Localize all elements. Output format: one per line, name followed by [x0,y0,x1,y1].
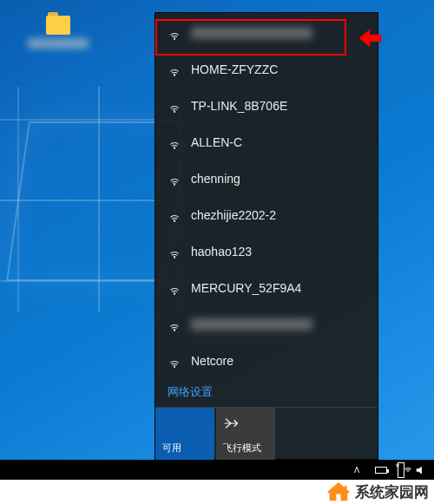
network-item[interactable]: haohao123 [155,233,378,270]
svg-rect-1 [345,486,347,490]
network-list: HOME-ZFYZZCTP-LINK_8B706EALLEN-Cchenning… [155,13,378,383]
wifi-icon [168,355,181,367]
network-item[interactable]: HOME-ZFYZZC [155,51,378,88]
network-ssid: HOME-ZFYZZC [191,62,278,76]
watermark-brand-text: 系统家园网 [355,482,429,502]
tray-battery-icon[interactable] [373,462,389,478]
taskbar: ᐱ * [0,460,434,480]
wifi-icon [168,282,181,294]
network-item[interactable] [155,15,378,51]
tile-airplane-mode[interactable]: 飞行模式 [216,408,275,460]
tile-airplane-label: 飞行模式 [223,442,261,455]
network-ssid: chezhijie2202-2 [191,208,276,222]
tile-wifi[interactable]: 可用 [155,408,214,460]
wifi-icon [168,27,181,39]
watermark-strip: 系统家园网 [0,480,434,504]
network-ssid: chenning [191,172,240,186]
airplane-icon [223,415,239,432]
tile-wifi-label: 可用 [162,442,181,455]
wifi-icon [168,63,181,75]
network-item[interactable] [155,306,378,343]
network-ssid [191,318,312,331]
system-tray: ᐱ * [349,462,429,478]
wifi-icon [168,209,181,221]
network-item[interactable]: Netcore [155,343,378,379]
network-item[interactable]: chezhijie2202-2 [155,197,378,233]
network-item[interactable]: MERCURY_52F9A4 [155,270,378,306]
folder-icon [46,16,70,35]
network-item[interactable]: chenning [155,160,378,197]
watermark-logo: 系统家园网 [326,481,429,502]
wifi-icon [168,318,181,331]
tray-network-icon[interactable]: * [398,462,404,478]
wifi-icon [168,100,181,112]
network-flyout: HOME-ZFYZZCTP-LINK_8B706EALLEN-Cchenning… [155,12,378,460]
desktop-icon-label [28,38,89,49]
network-ssid: ALLEN-C [191,135,242,149]
network-ssid: haohao123 [191,245,252,259]
network-ssid: Netcore [191,354,233,368]
house-icon [326,481,352,502]
wifi-icon [168,245,181,258]
network-ssid [191,27,312,39]
quick-action-tiles: 可用 飞行模式 [155,407,378,459]
tray-overflow-chevron-icon[interactable]: ᐱ [349,462,365,478]
desktop: www.xhzxhbs.wn HOME-ZFYZZCTP-LINK_8B706E… [0,0,434,504]
wifi-icon [168,173,181,185]
network-ssid: MERCURY_52F9A4 [191,281,301,295]
svg-rect-0 [336,494,340,501]
tray-volume-icon[interactable] [413,462,429,478]
wifi-icon [168,136,181,148]
desktop-icon-folder[interactable] [19,16,97,59]
network-item[interactable]: TP-LINK_8B706E [155,88,378,124]
network-settings-link[interactable]: 网络设置 [155,383,378,407]
network-item[interactable]: ALLEN-C [155,124,378,160]
network-ssid: TP-LINK_8B706E [191,99,287,113]
